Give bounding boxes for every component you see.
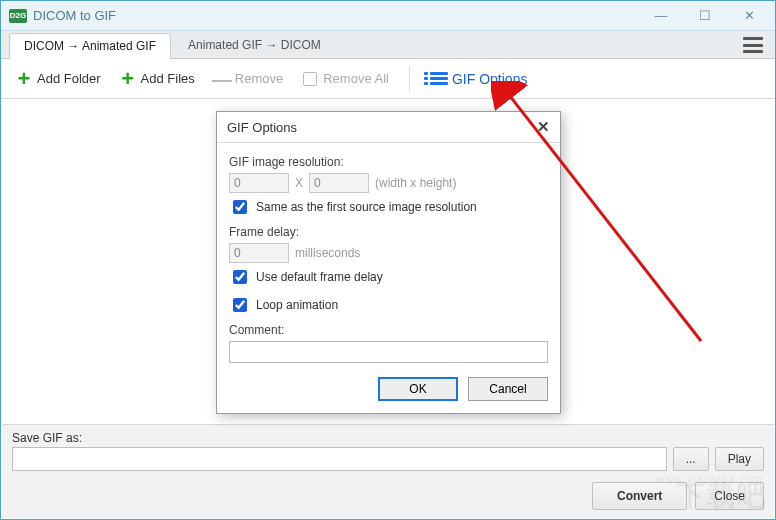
bottom-panel: Save GIF as: ... Play Convert Close — [2, 424, 774, 518]
comment-label: Comment: — [229, 323, 548, 337]
same-resolution-label: Same as the first source image resolutio… — [256, 200, 477, 214]
maximize-button[interactable]: ☐ — [683, 2, 727, 30]
ok-button[interactable]: OK — [378, 377, 458, 401]
plus-icon: + — [15, 70, 33, 88]
remove-label: Remove — [235, 71, 283, 86]
loop-animation-label: Loop animation — [256, 298, 338, 312]
cancel-button[interactable]: Cancel — [468, 377, 548, 401]
titlebar: D2G DICOM to GIF — ☐ ✕ — [1, 1, 775, 31]
window-title: DICOM to GIF — [33, 8, 116, 23]
convert-button[interactable]: Convert — [592, 482, 687, 510]
comment-input[interactable] — [229, 341, 548, 363]
minus-icon: — — [213, 70, 231, 88]
add-folder-button[interactable]: + Add Folder — [11, 66, 105, 92]
dialog-close-icon[interactable]: ✕ — [537, 118, 550, 136]
loop-animation-check[interactable] — [233, 298, 247, 312]
browse-button[interactable]: ... — [673, 447, 709, 471]
play-button[interactable]: Play — [715, 447, 764, 471]
remove-all-button[interactable]: Remove All — [297, 66, 393, 92]
default-delay-checkbox[interactable]: Use default frame delay — [229, 267, 548, 287]
tab-strip: DICOM → Animated GIF Animated GIF → DICO… — [1, 31, 775, 59]
remove-button[interactable]: — Remove — [209, 66, 287, 92]
list-icon — [430, 70, 448, 88]
save-path-input[interactable] — [12, 447, 667, 471]
close-window-button[interactable]: ✕ — [727, 2, 771, 30]
width-input[interactable] — [229, 173, 289, 193]
frame-delay-unit: milliseconds — [295, 246, 360, 260]
dialog-title: GIF Options — [227, 120, 297, 135]
height-input[interactable] — [309, 173, 369, 193]
frame-delay-input[interactable] — [229, 243, 289, 263]
same-resolution-check[interactable] — [233, 200, 247, 214]
default-delay-label: Use default frame delay — [256, 270, 383, 284]
resolution-hint: (width x height) — [375, 176, 456, 190]
same-resolution-checkbox[interactable]: Same as the first source image resolutio… — [229, 197, 548, 217]
default-delay-check[interactable] — [233, 270, 247, 284]
dialog-titlebar: GIF Options ✕ — [217, 112, 560, 143]
save-as-label: Save GIF as: — [12, 431, 764, 445]
gif-options-label: GIF Options — [452, 71, 527, 87]
toolbar: + Add Folder + Add Files — Remove Remove… — [1, 59, 775, 99]
resolution-label: GIF image resolution: — [229, 155, 548, 169]
square-icon — [301, 70, 319, 88]
frame-delay-label: Frame delay: — [229, 225, 548, 239]
gif-options-dialog: GIF Options ✕ GIF image resolution: X (w… — [216, 111, 561, 414]
plus-icon: + — [119, 70, 137, 88]
times-label: X — [295, 176, 303, 190]
tab-gif-to-dicom[interactable]: Animated GIF → DICOM — [173, 32, 336, 58]
add-folder-label: Add Folder — [37, 71, 101, 86]
loop-animation-checkbox[interactable]: Loop animation — [229, 295, 548, 315]
app-icon: D2G — [9, 9, 27, 23]
gif-options-button[interactable]: GIF Options — [426, 66, 531, 92]
menu-icon[interactable] — [743, 37, 763, 53]
remove-all-label: Remove All — [323, 71, 389, 86]
tab-dicom-to-gif[interactable]: DICOM → Animated GIF — [9, 33, 171, 59]
add-files-label: Add Files — [141, 71, 195, 86]
minimize-button[interactable]: — — [639, 2, 683, 30]
add-files-button[interactable]: + Add Files — [115, 66, 199, 92]
toolbar-separator — [409, 66, 410, 92]
close-button[interactable]: Close — [695, 482, 764, 510]
